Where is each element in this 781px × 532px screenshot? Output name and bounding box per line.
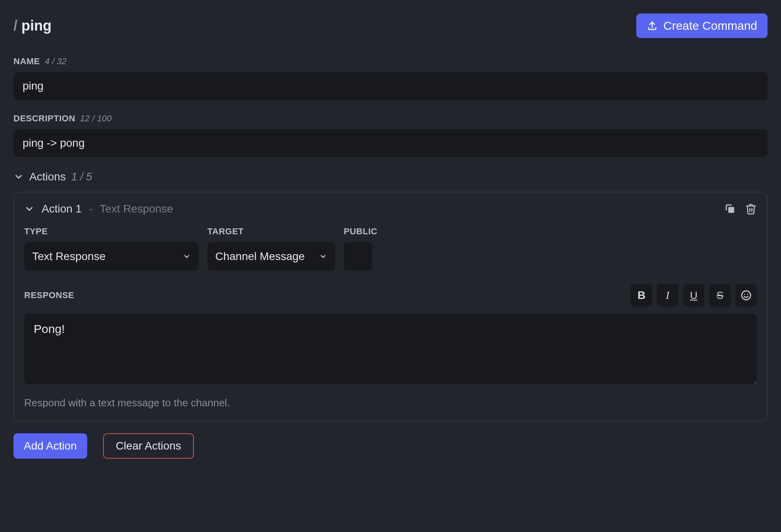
name-counter: 4 / 32	[45, 56, 67, 67]
action-collapse-toggle[interactable]	[24, 204, 34, 214]
italic-icon: I	[666, 289, 669, 302]
create-command-button[interactable]: Create Command	[636, 13, 768, 38]
page-header: / ping Create Command	[13, 13, 768, 38]
italic-button[interactable]: I	[657, 284, 678, 306]
name-label: NAME	[13, 56, 40, 67]
action-subtitle: Text Response	[100, 203, 173, 215]
type-selected: Text Response	[32, 250, 105, 263]
slash-prefix: /	[13, 17, 17, 34]
target-selected: Channel Message	[215, 250, 305, 263]
trash-icon	[745, 203, 757, 215]
copy-icon	[724, 203, 736, 215]
strikethrough-icon: S	[716, 289, 723, 302]
public-checkbox[interactable]	[344, 242, 372, 271]
type-select[interactable]: Text Response	[24, 242, 199, 271]
emoji-icon	[740, 289, 752, 301]
action-dash: -	[89, 203, 92, 215]
action-title: Action 1	[42, 203, 82, 215]
action-card: Action 1 - Text Response	[13, 192, 768, 421]
actions-collapse-toggle[interactable]	[13, 172, 24, 182]
add-action-label: Add Action	[24, 440, 77, 452]
response-label: RESPONSE	[24, 290, 74, 300]
response-textarea[interactable]	[24, 314, 757, 384]
bold-button[interactable]: B	[631, 284, 652, 306]
target-label: TARGET	[207, 226, 335, 237]
clear-actions-label: Clear Actions	[116, 440, 181, 452]
bold-icon: B	[637, 289, 645, 302]
underline-icon: U	[690, 289, 698, 302]
command-name: ping	[21, 17, 52, 34]
delete-action-button[interactable]	[745, 203, 757, 215]
description-label: DESCRIPTION	[13, 113, 75, 124]
duplicate-action-button[interactable]	[724, 203, 736, 215]
svg-rect-1	[728, 207, 734, 213]
actions-counter: 1 / 5	[71, 171, 92, 183]
strike-button[interactable]: S	[709, 284, 731, 306]
actions-title: Actions	[29, 170, 66, 183]
upload-icon	[647, 20, 658, 31]
action-help-text: Respond with a text message to the chann…	[24, 397, 757, 409]
public-label: PUBLIC	[344, 226, 377, 237]
add-action-button[interactable]: Add Action	[13, 433, 87, 459]
create-command-label: Create Command	[663, 19, 757, 33]
action-card-header: Action 1 - Text Response	[24, 203, 757, 215]
format-toolbar: B I U S	[631, 284, 757, 306]
command-title: / ping	[13, 17, 52, 34]
target-select[interactable]: Channel Message	[207, 242, 335, 271]
underline-button[interactable]: U	[683, 284, 704, 306]
actions-section-header: Actions 1 / 5	[13, 170, 768, 183]
svg-point-2	[742, 291, 751, 300]
description-counter: 12 / 100	[80, 113, 112, 124]
description-input[interactable]	[13, 129, 768, 157]
description-field-group: DESCRIPTION 12 / 100	[13, 113, 768, 157]
emoji-button[interactable]	[735, 284, 757, 306]
type-label: TYPE	[24, 226, 199, 237]
chevron-down-icon	[319, 253, 327, 260]
chevron-down-icon	[183, 253, 191, 260]
clear-actions-button[interactable]: Clear Actions	[103, 433, 194, 459]
name-field-group: NAME 4 / 32	[13, 56, 768, 100]
name-input[interactable]	[13, 72, 768, 100]
